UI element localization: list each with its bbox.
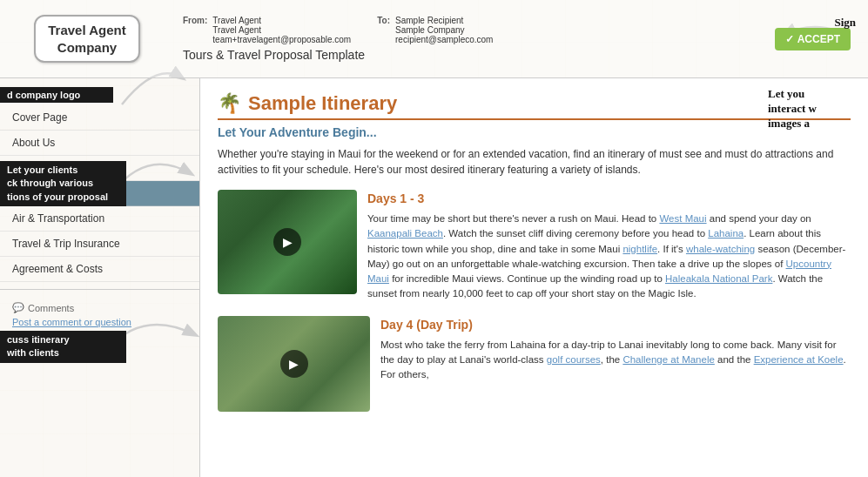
block2-text: Day 4 (Day Trip) Most who take the ferry…	[380, 316, 851, 412]
sidebar-item-costs[interactable]: Agreement & Costs	[0, 257, 199, 282]
block2-play-button[interactable]: ▶	[280, 350, 308, 378]
comments-label: 💬 Comments	[12, 302, 187, 313]
logo-line2: Company	[57, 40, 117, 55]
header: Travel Agent Company From: Travel Agent …	[0, 0, 868, 78]
logo-line1: Travel Agent	[48, 23, 125, 37]
clients-annotation-label: Let your clientsck through varioustions …	[0, 161, 126, 206]
sidebar-item-cover[interactable]: Cover Page	[0, 105, 199, 131]
from-col: From: Travel Agent Travel Agent team+tra…	[183, 16, 351, 44]
header-meta: From: Travel Agent Travel Agent team+tra…	[165, 16, 775, 62]
sidebar-comments: 💬 Comments Post a comment or question	[0, 297, 199, 333]
discuss-annotation-label: cuss itinerarywith clients	[0, 331, 126, 363]
company-logo: Travel Agent Company	[34, 15, 139, 63]
haleakala-link[interactable]: Haleakala National Park	[665, 273, 772, 284]
block1-title: Days 1 - 3	[367, 190, 851, 208]
section-icon: 🌴	[218, 92, 241, 115]
block1-image[interactable]: ▶	[218, 190, 357, 294]
golf-courses-link[interactable]: golf courses	[547, 354, 601, 365]
header-title: Tours & Travel Proposal Template	[183, 48, 775, 62]
logo-annotation-label: d company logo	[0, 87, 113, 103]
sidebar-divider	[0, 289, 199, 290]
from-content: Travel Agent Travel Agent team+travelage…	[212, 16, 351, 44]
from-label: From:	[183, 16, 207, 44]
logo-area: Travel Agent Company	[9, 15, 165, 63]
whale-watching-link[interactable]: whale-watching	[686, 244, 755, 254]
sign-annotation: Sign	[834, 16, 856, 30]
main-content: 🌴 Sample Itinerary Let Your Adventure Be…	[200, 78, 868, 477]
let-you-annotation: Let youinteract wimages a	[768, 87, 864, 131]
block1-body: Your time may be short but there's never…	[367, 212, 851, 302]
to-col: To: Sample Recipient Sample Company reci…	[377, 16, 493, 44]
experience-link[interactable]: Experience at Koele	[754, 354, 844, 365]
from-name: Travel Agent	[212, 16, 351, 25]
sidebar: 📄 Sections Cover Page About Us Destinati…	[0, 78, 200, 477]
comment-icon: 💬	[12, 302, 24, 313]
block2-body: Most who take the ferry from Lahaina for…	[380, 338, 851, 383]
sidebar-item-air[interactable]: Air & Transportation	[0, 206, 199, 232]
header-from-to: From: Travel Agent Travel Agent team+tra…	[183, 16, 775, 44]
block1-text: Days 1 - 3 Your time may be short but th…	[367, 190, 851, 302]
block2-image[interactable]: ▶	[218, 316, 370, 412]
west-maui-link[interactable]: West Maui	[659, 213, 706, 224]
lahaina-link[interactable]: Lahaina	[708, 228, 744, 238]
main-wrapper: Travel Agent Company From: Travel Agent …	[0, 0, 868, 477]
section-subtitle: Let Your Adventure Begin...	[218, 125, 851, 139]
to-company: Sample Company	[395, 25, 493, 35]
nightlife-link[interactable]: nightlife	[622, 244, 657, 254]
from-email: team+travelagent@proposable.com	[212, 35, 351, 44]
intro-text: Whether you're staying in Maui for the w…	[218, 146, 851, 178]
from-name2: Travel Agent	[212, 25, 351, 35]
block2-title: Day 4 (Day Trip)	[380, 316, 851, 334]
post-comment-link[interactable]: Post a comment or question	[12, 317, 187, 327]
body-layout: 📄 Sections Cover Page About Us Destinati…	[0, 78, 868, 477]
block1-play-button[interactable]: ▶	[273, 228, 301, 256]
kaanapali-link[interactable]: Kaanapali Beach	[367, 228, 443, 238]
section-title: 🌴 Sample Itinerary	[218, 92, 851, 120]
to-label: To:	[377, 16, 390, 44]
sidebar-item-insurance[interactable]: Travel & Trip Insurance	[0, 232, 199, 257]
content-block-2: ▶ Day 4 (Day Trip) Most who take the fer…	[218, 316, 851, 412]
accept-button[interactable]: ACCEPT	[775, 28, 851, 50]
sidebar-item-about[interactable]: About Us	[0, 131, 199, 156]
content-block-1: ▶ Days 1 - 3 Your time may be short but …	[218, 190, 851, 302]
challenge-link[interactable]: Challenge at Manele	[622, 354, 715, 365]
to-name: Sample Recipient	[395, 16, 493, 25]
to-content: Sample Recipient Sample Company recipien…	[395, 16, 493, 44]
to-email: recipient@sampleco.com	[395, 35, 493, 44]
